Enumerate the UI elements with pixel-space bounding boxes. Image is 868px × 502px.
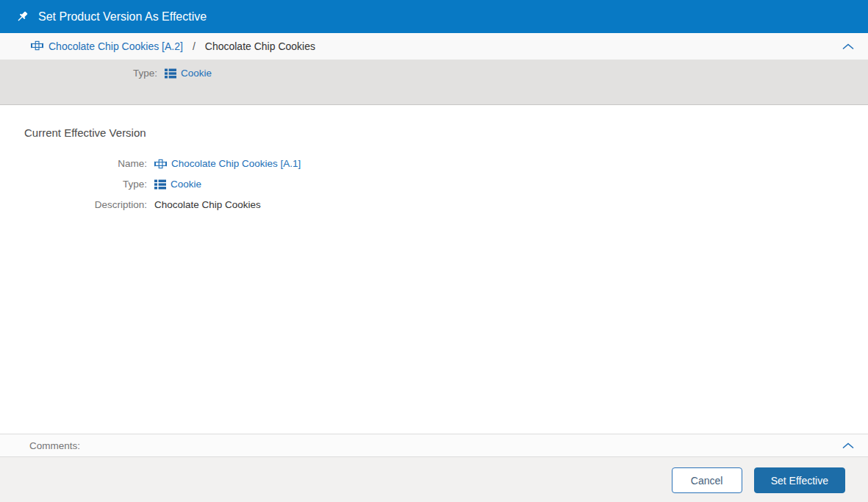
- chevron-up-icon: [842, 41, 854, 52]
- breadcrumb-separator: /: [188, 40, 200, 52]
- dialog-footer: Cancel Set Effective: [0, 457, 868, 502]
- type-field: Type: Cookie: [0, 179, 868, 190]
- summary-type-field: Type: Cookie: [0, 68, 868, 79]
- breadcrumb-link-version-a2[interactable]: Chocolate Chip Cookies [A.2]: [49, 40, 183, 52]
- dialog-titlebar: Set Product Version As Effective: [0, 0, 868, 33]
- product-icon: [154, 159, 167, 169]
- list-icon: [165, 68, 176, 79]
- name-field: Name: Chocolate Chip Cookies [A.1]: [0, 158, 868, 169]
- comments-label: Comments:: [29, 440, 80, 451]
- description-value: Chocolate Chip Cookies: [154, 199, 261, 210]
- type-label: Type:: [0, 179, 147, 190]
- pushpin-icon: [15, 10, 29, 24]
- type-value-link[interactable]: Cookie: [171, 179, 201, 190]
- dialog-title: Set Product Version As Effective: [38, 10, 207, 24]
- cancel-button[interactable]: Cancel: [672, 467, 742, 493]
- collapse-comments-button[interactable]: [841, 441, 856, 451]
- collapse-header-button[interactable]: [841, 42, 856, 51]
- list-icon: [154, 179, 166, 190]
- breadcrumb: Chocolate Chip Cookies [A.2] / Chocolate…: [31, 40, 841, 53]
- description-field: Description: Chocolate Chip Cookies: [0, 199, 868, 210]
- breadcrumb-row: Chocolate Chip Cookies [A.2] / Chocolate…: [0, 33, 868, 60]
- product-icon: [31, 40, 43, 53]
- section-heading: Current Effective Version: [24, 126, 868, 139]
- dialog-body: Current Effective Version Name: Chocolat…: [0, 105, 868, 434]
- comments-row: Comments:: [0, 434, 868, 457]
- summary-type-value-link[interactable]: Cookie: [181, 68, 212, 79]
- breadcrumb-current: Chocolate Chip Cookies: [205, 40, 315, 52]
- type-label: Type:: [0, 68, 157, 79]
- item-summary-band: Type: Cookie: [0, 60, 868, 105]
- name-value-link[interactable]: Chocolate Chip Cookies [A.1]: [171, 158, 301, 169]
- chevron-up-icon: [842, 440, 854, 451]
- name-label: Name:: [0, 158, 147, 169]
- description-label: Description:: [0, 199, 147, 210]
- set-effective-button[interactable]: Set Effective: [754, 467, 845, 493]
